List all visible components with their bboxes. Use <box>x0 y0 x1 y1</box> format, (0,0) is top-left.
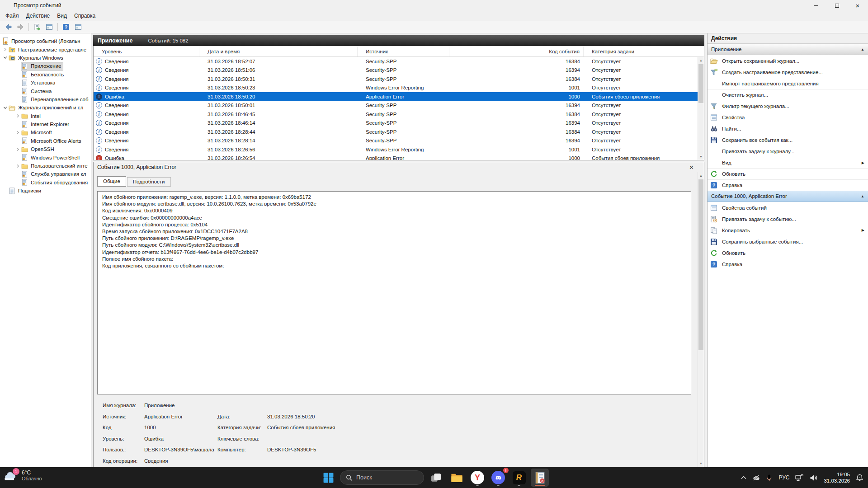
menu-item-3[interactable]: Справка <box>71 12 99 20</box>
actions-section-header-1[interactable]: Событие 1000, Application Error▲ <box>708 191 868 202</box>
taskbar-app-explorer[interactable] <box>448 469 466 487</box>
tree-item-подписки[interactable]: Подписки <box>0 187 91 195</box>
action-item[interactable]: Фильтр текущего журнала... <box>708 100 868 112</box>
tree-item-события-оборудования[interactable]: События оборудования <box>0 178 91 187</box>
action-item[interactable]: ?Справка <box>708 179 868 191</box>
tree-item-система[interactable]: Система <box>0 87 91 95</box>
console-window-button[interactable] <box>73 22 84 32</box>
taskbar-app-ragemp[interactable]: R <box>510 469 528 487</box>
scroll-up-icon[interactable]: ▲ <box>698 172 704 179</box>
event-row[interactable]: iСведения31.03.2026 18:28:14Security-SPP… <box>94 136 698 145</box>
tree-item-установка[interactable]: Установка <box>0 79 91 87</box>
language-indicator[interactable]: РУС <box>778 474 789 481</box>
column-header-4[interactable]: Категория задачи <box>584 46 704 56</box>
tree-item-перенаправленные-соб[interactable]: Перенаправленные соб <box>0 95 91 103</box>
action-item[interactable]: Импорт настраиваемого представления <box>708 78 868 89</box>
scroll-up-icon[interactable]: ▲ <box>698 57 704 64</box>
tray-chevron-up-icon[interactable] <box>741 475 747 480</box>
tree-item-пользовательский-инте[interactable]: Пользовательский инте <box>0 162 91 170</box>
tree-item-служба-управления-кл[interactable]: Служба управления кл <box>0 170 91 178</box>
action-item[interactable]: Найти... <box>708 123 868 134</box>
action-item[interactable]: Обновить <box>708 168 868 179</box>
tab-general[interactable]: Общие <box>97 176 126 187</box>
tree-item-openssh[interactable]: OpenSSH <box>0 145 91 153</box>
cloud-off-icon[interactable] <box>753 474 760 481</box>
close-button[interactable]: × <box>847 0 868 11</box>
tree-item-приложение[interactable]: Приложение <box>0 62 91 70</box>
event-row[interactable]: !Ошибка31.03.2026 18:26:54Application Er… <box>94 154 698 160</box>
tree-item-internet-explorer[interactable]: Internet Explorer <box>0 120 91 128</box>
event-description[interactable]: Имя сбойного приложения: ragemp_v.exe, в… <box>97 191 691 394</box>
column-header-2[interactable]: Источник <box>358 46 449 56</box>
taskbar-app-start[interactable] <box>319 469 337 487</box>
notification-bell-icon[interactable]: z <box>856 474 863 482</box>
minimize-button[interactable] <box>806 0 826 11</box>
tree-item-microsoft-office-alerts[interactable]: Microsoft Office Alerts <box>0 137 91 145</box>
action-item[interactable]: Свойства событий <box>708 202 868 213</box>
clock[interactable]: 19:05 31.03.2026 <box>824 471 850 484</box>
console-window-button[interactable] <box>44 22 55 32</box>
column-header-1[interactable]: Дата и время <box>199 46 358 56</box>
event-row[interactable]: iСведения31.03.2026 18:50:31Security-SPP… <box>94 75 698 84</box>
menu-item-1[interactable]: Действие <box>23 12 54 20</box>
volume-icon[interactable] <box>810 474 818 481</box>
actions-section-header-0[interactable]: Приложение▲ <box>708 44 868 55</box>
action-item[interactable]: Обновить <box>708 247 868 258</box>
event-row[interactable]: iСведения31.03.2026 18:50:01Security-SPP… <box>94 101 698 110</box>
tree-item-windows-powershell[interactable]: Windows PowerShell <box>0 153 91 161</box>
event-row[interactable]: iСведения31.03.2026 18:26:56Windows Erro… <box>94 145 698 154</box>
action-item[interactable]: Свойства <box>708 112 868 123</box>
details-scrollbar[interactable]: ▲ ▼ <box>698 172 704 467</box>
tree-item-журналы-windows[interactable]: Журналы Windows <box>0 54 91 62</box>
export-log-button[interactable] <box>32 22 42 32</box>
scrollbar-thumb[interactable] <box>698 64 703 103</box>
action-item[interactable]: Очистить журнал... <box>708 89 868 100</box>
chevron-right-icon[interactable] <box>2 47 9 52</box>
chevron-right-icon[interactable] <box>14 147 21 151</box>
forward-button[interactable] <box>15 22 26 32</box>
column-header-3[interactable]: Код события <box>449 46 584 56</box>
scroll-down-icon[interactable]: ▼ <box>698 153 704 160</box>
action-item[interactable]: Привязать задачу к журналу... <box>708 145 868 157</box>
chevron-down-icon[interactable] <box>2 56 9 60</box>
event-row[interactable]: iСведения31.03.2026 18:28:44Security-SPP… <box>94 127 698 136</box>
event-list-scrollbar[interactable]: ▲ ▼ <box>698 57 704 160</box>
taskbar-app-task-view[interactable] <box>427 469 445 487</box>
help-button[interactable]: ? <box>61 22 71 32</box>
event-row[interactable]: iСведения31.03.2026 18:52:07Security-SPP… <box>94 57 698 66</box>
tree-item-безопасность[interactable]: Безопасность <box>0 70 91 79</box>
action-item[interactable]: Вид▶ <box>708 157 868 168</box>
event-row[interactable]: iСведения31.03.2026 18:51:06Security-SPP… <box>94 66 698 75</box>
collapse-icon[interactable]: ▲ <box>861 47 864 52</box>
action-item[interactable]: ?Справка <box>708 258 868 270</box>
scroll-down-icon[interactable]: ▼ <box>698 460 704 467</box>
microphone-icon[interactable] <box>766 474 773 482</box>
event-row[interactable]: iСведения31.03.2026 18:46:14Security-SPP… <box>94 119 698 128</box>
chevron-right-icon[interactable] <box>14 164 21 168</box>
weather-widget[interactable]: 1 6°C Облачно <box>4 469 42 482</box>
action-item[interactable]: Открыть сохраненный журнал... <box>708 55 868 66</box>
taskbar-app-discord[interactable]: 1 <box>489 469 507 487</box>
event-row[interactable]: !Ошибка31.03.2026 18:50:20Application Er… <box>94 92 698 101</box>
chevron-right-icon[interactable] <box>14 114 21 118</box>
tree-item-microsoft[interactable]: Microsoft <box>0 128 91 136</box>
taskbar-app-yandex-browser[interactable]: Y <box>468 469 486 487</box>
taskbar-app-event-viewer[interactable]: × <box>531 469 549 487</box>
event-row[interactable]: iСведения31.03.2026 18:50:23Windows Erro… <box>94 84 698 93</box>
menu-item-2[interactable]: Вид <box>53 12 71 20</box>
tree-item-настраиваемые-представле[interactable]: Настраиваемые представле <box>0 45 91 53</box>
action-item[interactable]: Сохранить все события как... <box>708 134 868 145</box>
collapse-icon[interactable]: ▲ <box>861 194 864 198</box>
action-item[interactable]: Привязать задачу к событию... <box>708 213 868 225</box>
tree-item-просмотр-событий-локальн[interactable]: Просмотр событий (Локальн <box>0 37 91 45</box>
tree-item-intel[interactable]: Intel <box>0 112 91 120</box>
event-row[interactable]: iСведения31.03.2026 18:46:45Security-SPP… <box>94 110 698 119</box>
back-button[interactable] <box>3 22 14 32</box>
chevron-right-icon[interactable] <box>14 131 21 135</box>
scrollbar-thumb[interactable] <box>698 179 703 350</box>
tree-item-журналы-приложений-и-сл[interactable]: Журналы приложений и сл <box>0 103 91 112</box>
column-header-0[interactable]: Уровень <box>94 46 199 56</box>
action-item[interactable]: Создать настраиваемое представление... <box>708 66 868 78</box>
action-item[interactable]: Сохранить выбранные события... <box>708 236 868 247</box>
details-close-icon[interactable]: ✕ <box>689 164 694 171</box>
